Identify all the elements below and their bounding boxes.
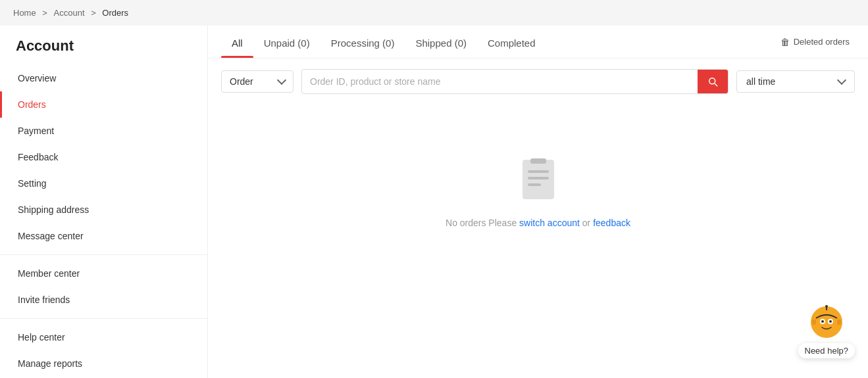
sidebar-item-overview[interactable]: Overview <box>0 65 207 91</box>
sidebar-item-feedback[interactable]: Feedback <box>0 144 207 170</box>
sidebar-item-manage-reports[interactable]: Manage reports <box>0 350 207 377</box>
sidebar: Account Overview Orders Payment Feedback… <box>0 26 208 378</box>
sidebar-nav-primary: Overview Orders Payment Feedback Setting… <box>0 65 207 249</box>
svg-rect-3 <box>528 183 541 186</box>
sidebar-item-payment[interactable]: Payment <box>0 118 207 144</box>
time-filter-dropdown[interactable]: all time <box>736 70 855 93</box>
sidebar-divider-2 <box>0 318 207 319</box>
tab-unpaid[interactable]: Unpaid (0) <box>253 26 320 58</box>
svg-point-10 <box>829 320 832 323</box>
tab-shipped[interactable]: Shipped (0) <box>405 26 477 58</box>
deleted-orders-button[interactable]: 🗑 Deleted orders <box>775 34 855 50</box>
svg-rect-4 <box>530 158 546 164</box>
empty-text-or: or <box>580 218 593 228</box>
sidebar-item-member-center[interactable]: Member center <box>0 260 207 287</box>
sidebar-divider-1 <box>0 254 207 255</box>
sidebar-title: Account <box>0 26 207 65</box>
search-icon <box>707 76 719 87</box>
search-input[interactable] <box>302 71 698 92</box>
search-bar: Order all time <box>208 59 868 105</box>
svg-point-12 <box>825 305 828 308</box>
help-text: Need help? <box>798 343 855 358</box>
trash-icon: 🗑 <box>780 37 790 47</box>
svg-rect-2 <box>528 177 549 179</box>
search-filter-label: Order <box>230 76 253 87</box>
breadcrumb-sep1: > <box>42 8 49 18</box>
search-button[interactable] <box>698 70 728 93</box>
empty-text: No orders Please switch account or feedb… <box>446 218 630 228</box>
search-input-wrap <box>301 69 728 94</box>
deleted-orders-label: Deleted orders <box>794 37 850 47</box>
feedback-link[interactable]: feedback <box>593 218 630 228</box>
switch-account-link[interactable]: switch account <box>519 218 580 228</box>
breadcrumb-home[interactable]: Home <box>13 8 36 18</box>
breadcrumb-sep2: > <box>91 8 98 18</box>
svg-point-9 <box>821 320 824 323</box>
sidebar-nav-tertiary: Help center Manage reports Suggestion <box>0 324 207 378</box>
breadcrumb: Home > Account > Orders <box>0 0 868 26</box>
empty-state: No orders Please switch account or feedb… <box>208 105 868 281</box>
chevron-down-icon <box>277 76 286 85</box>
svg-rect-14 <box>837 319 841 325</box>
sidebar-item-shipping-address[interactable]: Shipping address <box>0 197 207 223</box>
breadcrumb-account[interactable]: Account <box>54 8 85 18</box>
sidebar-nav-secondary: Member center Invite friends <box>0 260 207 313</box>
empty-orders-icon <box>517 157 559 204</box>
sidebar-item-orders[interactable]: Orders <box>0 91 207 118</box>
sidebar-item-message-center[interactable]: Message center <box>0 223 207 249</box>
tabs-bar: All Unpaid (0) Processing (0) Shipped (0… <box>208 26 868 59</box>
tab-all[interactable]: All <box>221 26 253 58</box>
time-filter-label: all time <box>746 76 775 87</box>
sidebar-item-invite-friends[interactable]: Invite friends <box>0 287 207 313</box>
tab-completed[interactable]: Completed <box>477 26 546 58</box>
empty-text-before: No orders Please <box>446 218 519 228</box>
search-filter-dropdown[interactable]: Order <box>221 70 294 93</box>
chevron-down-icon-time <box>837 76 846 85</box>
help-robot-icon <box>809 305 844 339</box>
breadcrumb-current: Orders <box>102 8 128 18</box>
svg-rect-1 <box>528 170 549 173</box>
main-content: All Unpaid (0) Processing (0) Shipped (0… <box>208 26 868 378</box>
help-bubble[interactable]: Need help? <box>798 305 855 358</box>
sidebar-item-setting[interactable]: Setting <box>0 170 207 197</box>
tab-processing[interactable]: Processing (0) <box>320 26 405 58</box>
sidebar-item-help-center[interactable]: Help center <box>0 324 207 350</box>
svg-rect-13 <box>812 319 816 325</box>
